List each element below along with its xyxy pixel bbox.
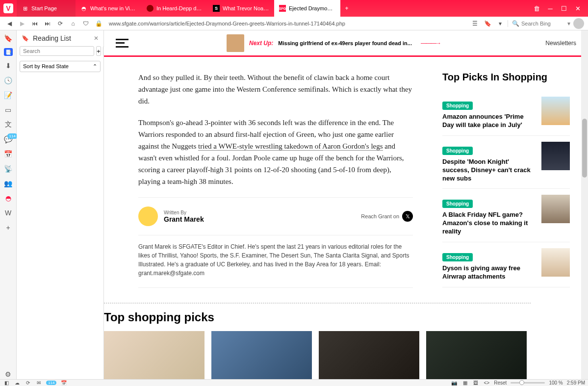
images-toggle-icon[interactable]: 🖼 xyxy=(472,380,479,386)
article-text: And so they pulled it. By their teeth. W… xyxy=(138,72,413,187)
address-bar: ◀ ▶ ⏮ ⏭ ⟳ ⌂ 🛡 🔒 www.sfgate.com/warriors/… xyxy=(0,17,588,30)
search-input[interactable] xyxy=(521,21,565,26)
shopping-tag: Shopping xyxy=(442,253,473,261)
reach-author: Reach Grant on 𝕏 xyxy=(361,211,413,222)
written-by-label: Written By xyxy=(164,210,355,215)
top-pick-item[interactable]: ShoppingDespite 'Moon Knight' success, D… xyxy=(442,136,570,189)
shopping-card[interactable]: Shopping xyxy=(211,331,312,379)
reload-button[interactable]: ⟳ xyxy=(55,18,66,29)
tab-vivaldi-news[interactable]: ◓ What's new in Vivaldi | Viv xyxy=(76,0,142,17)
bookmark-icon: 🔖 xyxy=(22,35,29,42)
tab-draymond[interactable]: SFG Ejected Draymond has NSF xyxy=(274,0,340,17)
article-paragraph: Thompson's go-ahead 3-pointer with 36 se… xyxy=(138,117,413,187)
zoom-slider[interactable] xyxy=(511,382,545,384)
arrow-icon: ———→ xyxy=(421,40,440,47)
back-button[interactable]: ◀ xyxy=(4,18,15,29)
top-pick-item[interactable]: ShoppingDyson is giving away free Airwra… xyxy=(442,242,570,287)
vertical-scrollbar[interactable] xyxy=(581,30,588,379)
url-field[interactable]: www.sfgate.com/warriors/article/Ejected-… xyxy=(106,21,467,26)
sidebar-top-picks: Top Picks In Shopping ShoppingAmazon ann… xyxy=(442,72,570,379)
profile-avatar[interactable] xyxy=(573,18,584,29)
bookmark-icon[interactable]: 🔖 xyxy=(482,18,493,29)
newsletters-link[interactable]: Newsletters xyxy=(545,40,576,47)
fast-forward-button[interactable]: ⏭ xyxy=(42,18,53,29)
search-box[interactable]: 🔍 ▾ xyxy=(508,20,571,27)
mail-icon[interactable]: ✉ xyxy=(35,380,42,386)
card-image xyxy=(319,331,419,379)
minimize-button[interactable]: ─ xyxy=(547,5,554,12)
capture-icon[interactable]: 📷 xyxy=(451,380,458,386)
trash-icon[interactable]: 🗑 xyxy=(533,5,540,12)
chevron-down-icon[interactable]: ▾ xyxy=(495,18,506,29)
tab-label: Start Page xyxy=(31,5,57,11)
shopping-tag: Shopping xyxy=(442,102,473,110)
page-actions-icon[interactable]: <> xyxy=(483,380,490,386)
slider-thumb[interactable] xyxy=(519,380,524,385)
zoom-reset-button[interactable]: Reset xyxy=(494,380,507,386)
side-panel-rail: 🔖 📑 ⬇ 🕓 📝 ▭ 文 💬114 📅 📡 👥 ◓ W + ⚙ xyxy=(0,30,17,379)
pick-thumbnail xyxy=(541,142,570,170)
sync-status-icon[interactable]: ⟳ xyxy=(25,380,31,386)
home-button[interactable]: ⌂ xyxy=(68,18,78,29)
calendar-status-icon[interactable]: 📅 xyxy=(60,380,67,386)
badge: 114 xyxy=(7,133,18,139)
tab-start-page[interactable]: ⊞ Start Page xyxy=(17,0,76,17)
contacts-icon[interactable]: 👥 xyxy=(3,179,13,188)
reading-list-icon[interactable]: 📑 xyxy=(4,48,13,56)
site-icon: SFG xyxy=(279,5,286,12)
tab-label: In Heard-Depp defamation xyxy=(156,5,203,11)
close-button[interactable]: ✕ xyxy=(574,5,581,12)
new-tab-button[interactable]: + xyxy=(340,0,353,17)
shopping-tag: Shopping xyxy=(442,200,473,208)
next-up-headline: Missing girlfriend of ex-49ers player fo… xyxy=(278,40,412,46)
tab-label: What Trevor Noah got wro xyxy=(223,5,269,11)
add-reading-button[interactable]: + xyxy=(96,46,101,56)
close-panel-button[interactable]: ✕ xyxy=(94,35,99,42)
author-bio: Grant Marek is SFGATE's Editor in Chief.… xyxy=(138,235,413,288)
sort-dropdown[interactable]: Sort by Read State ⌃ xyxy=(20,61,101,72)
shopping-card[interactable]: Shopping xyxy=(104,331,205,379)
window-controls: 🗑 ─ ☐ ✕ xyxy=(526,0,588,17)
url-text: www.sfgate.com/warriors/article/Ejected-… xyxy=(109,21,345,26)
chat-icon[interactable]: 💬114 xyxy=(3,134,13,144)
rewind-button[interactable]: ⏮ xyxy=(29,18,40,29)
next-up-banner[interactable]: Next Up: Missing girlfriend of ex-49ers … xyxy=(227,34,440,52)
translate-icon[interactable]: 文 xyxy=(3,120,13,129)
chevron-down-icon[interactable]: ▾ xyxy=(567,20,570,27)
feeds-icon[interactable]: 📡 xyxy=(3,164,13,174)
calendar-icon[interactable]: 📅 xyxy=(3,149,13,159)
panel-toggle-icon[interactable]: ◧ xyxy=(3,380,10,386)
vivaldi-menu-button[interactable]: V xyxy=(0,0,17,17)
tab-trevor-noah[interactable]: S What Trevor Noah got wro xyxy=(208,0,274,17)
pick-headline: Dyson is giving away free Airwrap attach… xyxy=(442,264,536,281)
reading-search-input[interactable] xyxy=(20,46,94,56)
author-name: Grant Marek xyxy=(164,215,355,223)
window-icon[interactable]: ▭ xyxy=(3,105,13,115)
add-panel-icon[interactable]: + xyxy=(3,223,13,232)
twitter-icon[interactable]: 𝕏 xyxy=(402,211,413,222)
reading-list-panel: 🔖 Reading List ✕ + ✓ Sort by Read State … xyxy=(17,30,104,379)
reader-icon[interactable]: ☰ xyxy=(469,18,480,29)
downloads-icon[interactable]: ⬇ xyxy=(3,61,13,71)
wikipedia-icon[interactable]: W xyxy=(3,208,13,218)
maximize-button[interactable]: ☐ xyxy=(561,5,567,12)
shopping-card[interactable]: Shopping xyxy=(319,331,419,379)
sync-icon[interactable]: ☁ xyxy=(14,380,21,386)
notes-icon[interactable]: 📝 xyxy=(3,90,13,100)
top-pick-item[interactable]: ShoppingAmazon announces 'Prime Day will… xyxy=(442,91,570,136)
history-icon[interactable]: 🕓 xyxy=(3,76,13,85)
shield-icon[interactable]: 🛡 xyxy=(80,18,91,29)
site-header: Next Up: Missing girlfriend of ex-49ers … xyxy=(104,30,588,57)
article-link[interactable]: tried a WWE-style wrestling takedown of … xyxy=(198,142,383,151)
top-pick-item[interactable]: ShoppingA Black Friday NFL game? Amazon'… xyxy=(442,189,570,242)
vivaldi-icon[interactable]: ◓ xyxy=(3,193,13,203)
forward-button[interactable]: ▶ xyxy=(17,18,27,29)
bookmarks-panel-icon[interactable]: 🔖 xyxy=(3,33,13,43)
tab-heard-depp[interactable]: In Heard-Depp defamation xyxy=(142,0,208,17)
tiling-icon[interactable]: ▦ xyxy=(461,380,468,386)
menu-button[interactable] xyxy=(116,39,128,48)
pick-thumbnail xyxy=(541,248,570,277)
settings-icon[interactable]: ⚙ xyxy=(3,369,13,379)
scrollbar-thumb[interactable] xyxy=(582,119,587,178)
author-avatar xyxy=(138,206,158,226)
